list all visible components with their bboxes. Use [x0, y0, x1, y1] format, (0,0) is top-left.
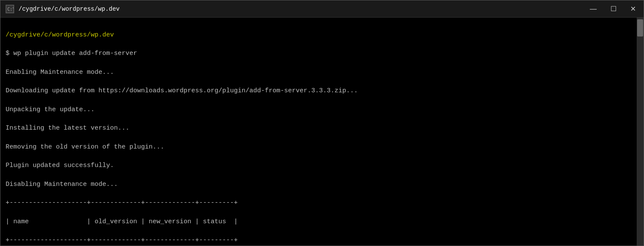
output-line-1: Enabling Maintenance mode... [6, 69, 114, 76]
scrollbar[interactable] [637, 18, 644, 246]
close-button[interactable]: ✕ [628, 5, 638, 13]
scrollbar-thumb[interactable] [637, 19, 643, 36]
command-line: $ wp plugin update add-from-server [6, 50, 137, 57]
terminal-body[interactable]: /cygdrive/c/wordpress/wp.dev $ wp plugin… [0, 18, 644, 246]
output-line-6: Plugin updated successfully. [6, 162, 114, 169]
output-line-3: Unpacking the update... [6, 106, 95, 113]
output-line-5: Removing the old version of the plugin..… [6, 143, 164, 151]
table-divider: +--------------------+-------------+----… [6, 237, 238, 244]
window-icon: C:\ [6, 5, 14, 13]
terminal-window: C:\ /cygdrive/c/wordpress/wp.dev — ☐ ✕ /… [0, 0, 644, 246]
terminal-output: /cygdrive/c/wordpress/wp.dev $ wp plugin… [0, 18, 637, 246]
table-border-top: +--------------------+-------------+----… [6, 199, 238, 207]
minimize-button[interactable]: — [587, 5, 599, 13]
table-header: | name | old_version | new_version | sta… [6, 218, 238, 225]
window-title: /cygdrive/c/wordpress/wp.dev [18, 6, 587, 12]
maximize-button[interactable]: ☐ [608, 5, 619, 13]
title-bar: C:\ /cygdrive/c/wordpress/wp.dev — ☐ ✕ [0, 0, 644, 18]
output-line-7: Disabling Maintenance mode... [6, 181, 118, 188]
svg-text:C:\: C:\ [7, 7, 13, 12]
window-controls: — ☐ ✕ [587, 5, 638, 13]
output-line-2: Downloading update from https://download… [6, 87, 358, 94]
output-line-4: Installing the latest version... [6, 125, 129, 132]
prompt-path-1: /cygdrive/c/wordpress/wp.dev [6, 31, 114, 39]
